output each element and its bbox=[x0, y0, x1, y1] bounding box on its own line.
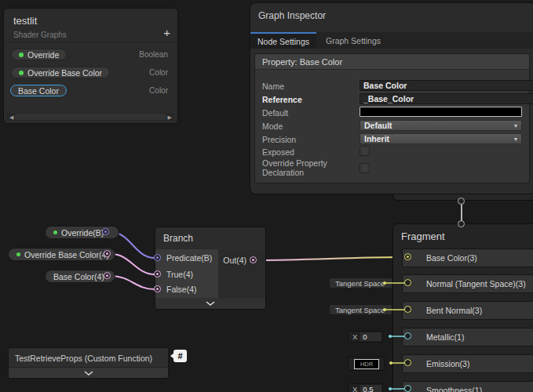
property-type-label: Color bbox=[149, 86, 168, 95]
chevron-down-icon: ▾ bbox=[514, 122, 517, 129]
branch-false-port[interactable] bbox=[154, 285, 161, 292]
horizontal-scrollbar[interactable]: ◀ ▶ bbox=[7, 113, 174, 121]
override-declaration-checkbox[interactable] bbox=[360, 163, 370, 173]
property-type-label: Color bbox=[149, 68, 168, 77]
precision-label: Precision bbox=[262, 135, 296, 144]
mode-label: Mode bbox=[262, 122, 283, 131]
blackboard-item-base-color[interactable]: Base Color bbox=[10, 85, 67, 96]
exposed-checkbox[interactable] bbox=[360, 146, 370, 156]
property-type-label: Boolean bbox=[139, 50, 168, 59]
tab-graph-settings[interactable]: Graph Settings bbox=[317, 32, 389, 49]
blackboard-item-override[interactable]: Override bbox=[11, 49, 67, 60]
branch-predicate-port[interactable] bbox=[154, 254, 161, 261]
divider bbox=[4, 42, 177, 42]
default-color-swatch[interactable] bbox=[360, 107, 522, 117]
fragment-top-port[interactable] bbox=[458, 220, 465, 227]
fragment-base-color-port[interactable] bbox=[404, 253, 411, 260]
name-label: Name bbox=[262, 82, 284, 91]
base-color-output-port[interactable] bbox=[104, 272, 111, 279]
reference-input[interactable] bbox=[360, 93, 533, 104]
chevron-down-icon: ▾ bbox=[514, 136, 517, 143]
property-section: Property: Base Color Name Reference Defa… bbox=[254, 53, 530, 183]
override-base-color-output-port[interactable] bbox=[104, 250, 111, 257]
branch-true-port[interactable] bbox=[154, 270, 161, 278]
graph-inspector-panel[interactable]: Graph Inspector Node Settings Graph Sett… bbox=[250, 2, 533, 194]
blackboard-panel[interactable]: testlit Shader Graphs + Override Boolean… bbox=[3, 8, 178, 124]
fragment-bent-normal-port[interactable] bbox=[404, 306, 411, 313]
name-input[interactable] bbox=[360, 80, 533, 91]
branch-out-port[interactable] bbox=[250, 256, 257, 263]
inspector-tabstrip: Node Settings Graph Settings bbox=[250, 32, 533, 49]
override-output-port[interactable] bbox=[102, 228, 109, 235]
blackboard-subtitle: Shader Graphs bbox=[13, 31, 67, 39]
vertex-bottom-port[interactable] bbox=[458, 198, 465, 205]
blackboard-title: testlit bbox=[13, 15, 37, 27]
inspector-title: Graph Inspector bbox=[258, 10, 326, 21]
override-declaration-label: Override Property Declaration bbox=[262, 158, 350, 177]
property-section-header: Property: Base Color bbox=[255, 54, 529, 70]
exposed-dot-icon bbox=[19, 71, 24, 75]
fragment-metallic-port[interactable] bbox=[404, 332, 411, 339]
default-label: Default bbox=[262, 108, 288, 118]
mode-dropdown[interactable]: Default ▾ bbox=[360, 120, 522, 131]
exposed-dot-icon bbox=[19, 53, 24, 57]
fragment-normal-port[interactable] bbox=[404, 279, 411, 286]
precision-dropdown[interactable]: Inherit ▾ bbox=[360, 133, 522, 144]
scroll-left-icon[interactable]: ◀ bbox=[9, 114, 13, 121]
shader-graph-canvas[interactable]: Fragment Base Color(3) Normal (Tangent S… bbox=[0, 0, 533, 392]
add-property-button[interactable]: + bbox=[163, 27, 170, 38]
blackboard-item-override-base-color[interactable]: Override Base Color bbox=[11, 67, 110, 78]
tab-node-settings[interactable]: Node Settings bbox=[250, 32, 316, 49]
fragment-emission-port[interactable] bbox=[404, 359, 411, 366]
reference-label: Reference bbox=[262, 95, 302, 104]
exposed-label: Exposed bbox=[262, 147, 294, 157]
fragment-smoothness-port[interactable] bbox=[404, 385, 411, 392]
scrollbar-thumb[interactable] bbox=[15, 114, 166, 120]
scroll-right-icon[interactable]: ▶ bbox=[168, 114, 172, 121]
